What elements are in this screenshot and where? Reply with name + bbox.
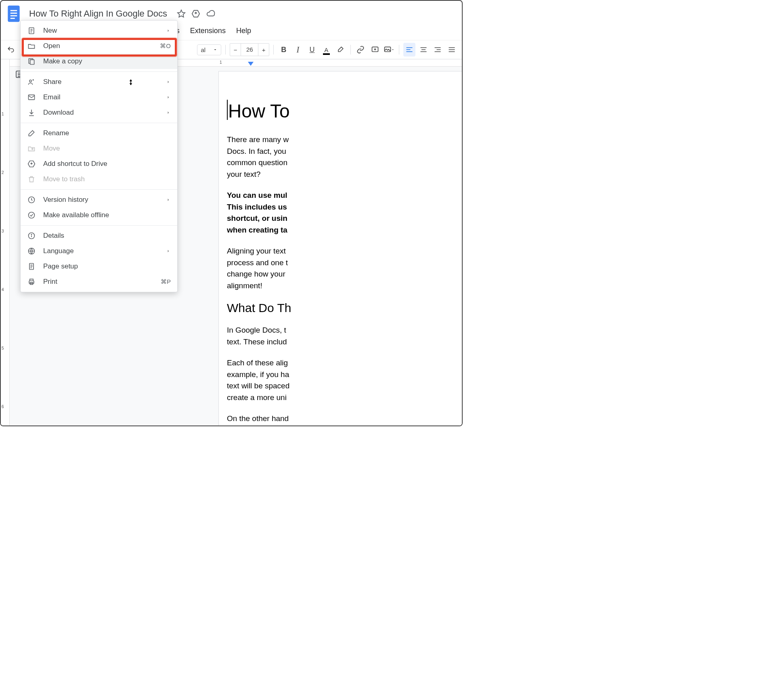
italic-button[interactable]: I (292, 43, 304, 57)
move-to-drive-icon[interactable] (191, 9, 200, 18)
file-menu-trash: Move to trash (21, 172, 177, 187)
font-size-increase[interactable]: + (258, 44, 269, 56)
menu-item-label: Move (43, 145, 171, 153)
menu-help[interactable]: Help (231, 24, 256, 38)
menu-separator (21, 123, 177, 123)
docs-logo[interactable] (6, 3, 22, 24)
shortcut-label: ⌘P (161, 278, 171, 285)
menu-item-label: Make a copy (43, 57, 171, 65)
file-menu-email[interactable]: Email (21, 90, 177, 105)
body-paragraph: Each of these alig example, if you ha te… (227, 357, 463, 403)
menu-item-label: Make available offline (43, 211, 171, 219)
print-icon (27, 278, 36, 286)
align-left-button[interactable] (403, 43, 415, 57)
insert-image-button[interactable] (383, 43, 395, 57)
email-icon (27, 93, 36, 101)
svg-rect-1 (10, 10, 17, 11)
body-paragraph: You can use mul This includes us shortcu… (227, 190, 463, 236)
move-icon (27, 145, 36, 153)
menu-item-label: Download (43, 109, 159, 117)
file-menu-download[interactable]: Download (21, 105, 177, 120)
file-menu-details[interactable]: Details (21, 228, 177, 243)
offline-icon (27, 211, 36, 219)
menu-item-label: Version history (43, 196, 159, 204)
share-icon (27, 78, 36, 86)
submenu-arrow-icon (166, 28, 171, 33)
shortcut-label: ⌘O (160, 42, 171, 50)
vertical-ruler: 1 2 3 4 5 6 (1, 59, 10, 426)
menu-item-label: Email (43, 93, 159, 101)
menu-item-label: Language (43, 247, 159, 255)
svg-rect-4 (10, 18, 15, 19)
file-menu-makecopy[interactable]: Make a copy (21, 54, 177, 69)
svg-rect-3 (10, 15, 17, 17)
svg-point-16 (31, 234, 31, 235)
file-menu-offline[interactable]: Make available offline (21, 207, 177, 223)
svg-marker-5 (178, 10, 185, 17)
download-icon (27, 109, 36, 117)
shortcut-icon (27, 160, 36, 168)
file-menu-language[interactable]: Language (21, 243, 177, 259)
insert-link-button[interactable] (355, 43, 367, 57)
font-family-value: al (201, 46, 205, 53)
font-family-select[interactable]: al (197, 44, 221, 55)
submenu-arrow-icon (166, 95, 171, 100)
file-menu-pagesetup[interactable]: Page setup (21, 259, 177, 274)
font-size-decrease[interactable]: − (230, 44, 241, 56)
file-menu-share[interactable]: Share (21, 74, 177, 90)
file-menu-shortcut[interactable]: Add shortcut to Drive (21, 156, 177, 172)
new-icon (27, 27, 36, 35)
document-page: How To There are many w Docs. In fact, y… (219, 71, 463, 426)
menu-item-label: Rename (43, 129, 171, 137)
menu-separator (21, 189, 177, 190)
trash-icon (27, 175, 36, 183)
font-size-group: − 26 + (230, 43, 269, 56)
file-menu-open[interactable]: Open⌘O (21, 38, 177, 54)
page-subheading: What Do Th (227, 301, 463, 315)
bold-button[interactable]: B (278, 43, 289, 57)
add-comment-button[interactable] (369, 43, 381, 57)
document-title[interactable]: How To Right Align In Google Docs (27, 8, 170, 20)
highlight-button[interactable] (335, 43, 346, 57)
menu-item-label: Open (43, 42, 153, 50)
menu-item-label: Move to trash (43, 175, 171, 183)
star-icon[interactable] (177, 9, 186, 18)
file-menu-rename[interactable]: Rename (21, 126, 177, 141)
cloud-status-icon[interactable] (206, 9, 216, 18)
submenu-arrow-icon (166, 249, 171, 254)
menu-item-label: Details (43, 232, 171, 240)
page-heading: How To (227, 100, 463, 122)
menu-item-label: Page setup (43, 262, 171, 270)
file-menu-new[interactable]: New (21, 23, 177, 38)
file-menu-history[interactable]: Version history (21, 192, 177, 207)
underline-button[interactable]: U (306, 43, 318, 57)
menu-item-label: Share (43, 78, 159, 86)
svg-rect-10 (30, 60, 34, 65)
align-center-button[interactable] (418, 43, 430, 57)
menu-separator (21, 225, 177, 226)
submenu-arrow-icon (166, 110, 171, 115)
svg-point-14 (29, 212, 35, 218)
menu-item-label: New (43, 27, 159, 35)
indent-marker-icon[interactable] (248, 62, 254, 66)
submenu-arrow-icon (166, 197, 171, 202)
svg-rect-2 (10, 13, 17, 14)
align-right-button[interactable] (432, 43, 444, 57)
file-menu-move: Move (21, 141, 177, 156)
file-menu-dropdown: NewOpen⌘OMake a copyShareEmailDownloadRe… (20, 20, 178, 292)
text-color-button[interactable]: A (321, 43, 332, 57)
align-justify-button[interactable] (446, 43, 458, 57)
rename-icon (27, 129, 36, 137)
details-icon (27, 232, 36, 240)
font-size-value[interactable]: 26 (241, 44, 258, 56)
undo-button[interactable] (5, 43, 17, 57)
svg-point-11 (29, 80, 31, 82)
makecopy-icon (27, 57, 36, 65)
menu-extensions[interactable]: Extensions (185, 24, 231, 38)
history-icon (27, 196, 36, 204)
body-paragraph: Aligning your text process and one t cha… (227, 245, 463, 291)
body-paragraph: In Google Docs, t text. These includ (227, 325, 463, 348)
body-paragraph: There are many w Docs. In fact, you comm… (227, 134, 463, 180)
file-menu-print[interactable]: Print⌘P (21, 274, 177, 289)
menu-item-label: Print (43, 278, 153, 286)
